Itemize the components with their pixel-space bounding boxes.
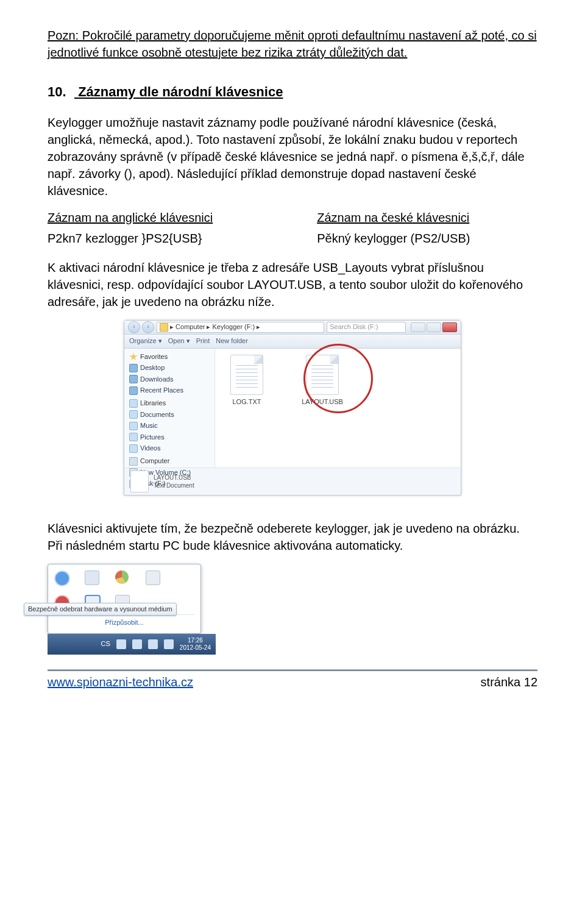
file-item-log[interactable]: LOG.TXT <box>221 355 272 407</box>
customize-link[interactable]: Přizpůsobit... <box>54 614 194 627</box>
pictures-icon <box>129 433 138 441</box>
music-icon <box>129 422 138 430</box>
footer: www.spionazni-technika.cz stránka 12 <box>0 669 585 697</box>
section-heading: 10. Záznamy dle národní klávesnice <box>48 83 537 102</box>
downloads-icon <box>129 375 138 383</box>
print-button[interactable]: Print <box>196 336 210 346</box>
videos-icon <box>129 444 138 453</box>
col-header-english: Záznam na anglické klávesnici <box>48 209 317 226</box>
tray-icon[interactable] <box>146 570 160 585</box>
sidebar-item-desktop[interactable]: Desktop <box>129 363 210 372</box>
network-icon[interactable] <box>115 570 129 584</box>
clock[interactable]: 17:26 2012-05-24 <box>180 637 211 652</box>
documents-icon <box>129 410 138 419</box>
organize-button[interactable]: Organize ▾ <box>129 336 162 346</box>
sidebar-item-pictures[interactable]: Pictures <box>129 433 210 442</box>
search-input[interactable]: Search Disk (F:) <box>327 322 406 333</box>
explorer-titlebar[interactable]: ‹ › ▸ Computer ▸ Keylogger (F:) ▸ Search… <box>124 321 461 335</box>
maximize-button[interactable] <box>427 322 441 332</box>
sidebar-item-downloads[interactable]: Downloads <box>129 375 210 384</box>
flag-icon[interactable] <box>132 639 142 649</box>
sidebar-item-documents[interactable]: Documents <box>129 410 210 419</box>
status-filetype: Text Document <box>154 482 194 489</box>
star-icon <box>129 352 138 361</box>
paragraph-2: K aktivaci národní klávesnice je třeba z… <box>48 259 537 310</box>
file-icon <box>130 471 149 492</box>
tray-expand-icon[interactable] <box>116 639 126 649</box>
footer-url[interactable]: www.spionazni-technika.cz <box>48 673 193 691</box>
sidebar-favorites[interactable]: Favorites <box>129 352 210 361</box>
breadcrumb[interactable]: ▸ Computer ▸ Keylogger (F:) ▸ <box>170 322 260 332</box>
sidebar-item-recent[interactable]: Recent Places <box>129 386 210 395</box>
paragraph-3: Klávesnici aktivujete tím, že bezpečně o… <box>48 520 537 554</box>
sidebar-item-music[interactable]: Music <box>129 421 210 430</box>
status-filename: LAYOUT.USB <box>154 474 194 482</box>
sidebar-libraries[interactable]: Libraries <box>129 399 210 408</box>
sample-english: P2kn7 kezlogger }PS2{USB} <box>48 230 317 247</box>
minimize-button[interactable] <box>411 322 425 332</box>
sample-czech: Pěkný keylogger (PS2/USB) <box>317 230 537 247</box>
explorer-sidebar: Favorites Desktop Downloads Recent Place… <box>124 349 215 467</box>
page-number: stránka 12 <box>481 673 537 691</box>
explorer-toolbar: Organize ▾ Open ▾ Print New folder <box>124 335 461 349</box>
clock-date: 2012-05-24 <box>180 644 211 652</box>
desktop-icon <box>129 364 138 372</box>
textfile-icon <box>230 355 263 395</box>
forward-button[interactable]: › <box>142 321 154 333</box>
taskbar: CS 17:26 2012-05-24 <box>48 634 216 655</box>
lang-indicator[interactable]: CS <box>101 639 110 649</box>
explorer-window: ‹ › ▸ Computer ▸ Keylogger (F:) ▸ Search… <box>124 320 461 496</box>
folder-icon <box>160 323 168 332</box>
newfolder-button[interactable]: New folder <box>216 336 248 346</box>
close-button[interactable] <box>442 322 457 332</box>
tray-icon[interactable] <box>85 570 99 585</box>
network-tray-icon[interactable] <box>148 639 158 649</box>
heading-number: 10. <box>48 83 74 102</box>
computer-icon <box>129 457 138 466</box>
intro-note: Pozn: Pokročilé parametry doporučujeme m… <box>48 27 537 61</box>
back-button[interactable]: ‹ <box>128 321 140 333</box>
recent-icon <box>129 386 138 395</box>
address-bar[interactable]: ▸ Computer ▸ Keylogger (F:) ▸ <box>157 322 324 333</box>
heading-text: Záznamy dle národní klávesnice <box>78 84 283 99</box>
bluetooth-icon[interactable] <box>54 570 70 586</box>
file-list: LOG.TXT LAYOUT.USB <box>215 349 461 467</box>
file-label: LOG.TXT <box>232 398 261 405</box>
libraries-icon <box>129 399 138 408</box>
nav-arrows[interactable]: ‹ › <box>128 321 154 333</box>
clock-time: 17:26 <box>180 637 211 644</box>
safely-remove-tooltip: Bezpečně odebrat hardware a vysunout méd… <box>24 603 177 616</box>
paragraph-1: Keylogger umožňuje nastavit záznamy podl… <box>48 114 537 199</box>
sidebar-computer[interactable]: Computer <box>129 457 210 466</box>
tray-popup: Bezpečně odebrat hardware a vysunout méd… <box>48 564 201 634</box>
sidebar-item-videos[interactable]: Videos <box>129 444 210 453</box>
highlight-circle-icon <box>303 344 373 413</box>
sound-icon[interactable] <box>164 639 174 649</box>
footer-divider <box>48 669 537 671</box>
col-header-czech: Záznam na české klávesnici <box>317 209 537 226</box>
open-button[interactable]: Open ▾ <box>168 336 190 346</box>
